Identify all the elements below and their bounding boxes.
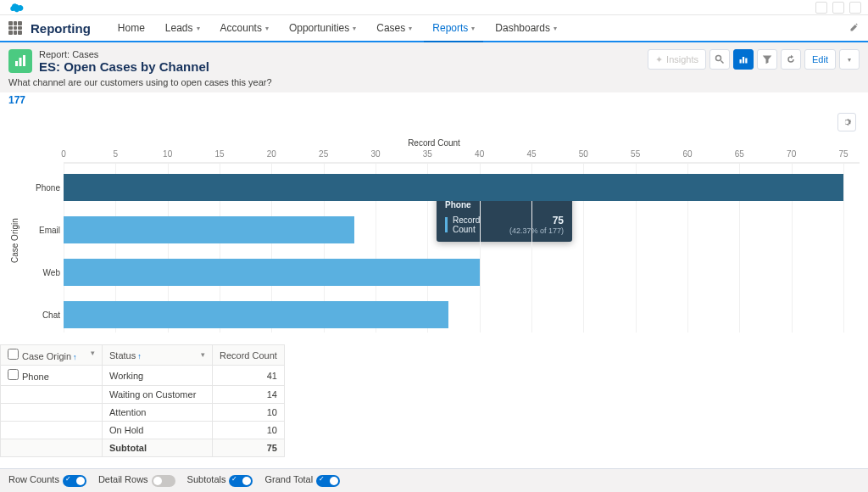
table-row[interactable]: PhoneWorking41 [1, 366, 285, 386]
chevron-down-icon: ▾ [554, 25, 557, 32]
svg-line-4 [721, 61, 724, 64]
chart-toggle-button[interactable] [733, 49, 754, 70]
chart-settings-button[interactable] [837, 113, 856, 131]
report-subtitle: What channel are our customers using to … [0, 77, 868, 92]
x-tick: 5 [114, 149, 119, 159]
report-header: Report: Cases ES: Open Cases by Channel … [0, 42, 868, 77]
topbar-icon-1[interactable] [815, 2, 827, 14]
nav-item-cases[interactable]: Cases▾ [368, 14, 420, 42]
x-tick: 10 [163, 149, 172, 159]
bar[interactable] [64, 301, 448, 328]
more-actions-button[interactable]: ▾ [839, 49, 860, 70]
chevron-down-icon: ▾ [471, 25, 475, 32]
svg-point-3 [716, 56, 721, 61]
x-tick: 65 [735, 149, 744, 159]
chart-plot-area: 051015202530354045505560657075 Case Orig… [64, 149, 860, 333]
bar-row-web[interactable]: Web [64, 255, 480, 289]
bar-row-phone[interactable]: Phone [64, 171, 843, 204]
chart-panel: Record Count Case Origin 051015202530354… [0, 108, 868, 338]
report-table: Case Origin↑▾ Status↑▾ Record Count Phon… [0, 338, 868, 457]
x-tick: 50 [579, 149, 588, 159]
total-summary: 177 [0, 92, 868, 108]
nav-item-dashboards[interactable]: Dashboards▾ [487, 14, 565, 42]
row-checkbox[interactable] [8, 369, 19, 380]
chevron-down-icon: ▾ [265, 25, 269, 32]
cell-status: Attention [103, 404, 213, 422]
cell-count: 10 [213, 422, 285, 439]
bar-label: Chat [26, 310, 60, 320]
cell-case-origin [1, 422, 103, 439]
svg-rect-1 [19, 58, 22, 66]
cell-status: Working [103, 366, 213, 386]
nav-item-leads[interactable]: Leads▾ [157, 14, 209, 42]
bar-label: Web [26, 268, 60, 277]
app-launcher-icon[interactable] [8, 21, 22, 35]
chart-x-axis-title: Record Count [8, 138, 860, 148]
svg-rect-2 [23, 55, 25, 66]
chart-y-axis-title: Case Origin [8, 149, 21, 333]
nav-item-reports[interactable]: Reports▾ [424, 15, 483, 42]
svg-rect-0 [15, 61, 18, 66]
filter-button[interactable] [757, 49, 777, 70]
table-row[interactable]: Attention10 [1, 404, 285, 422]
nav-edit-icon[interactable] [849, 22, 860, 35]
x-tick: 35 [423, 149, 432, 159]
svg-rect-5 [740, 59, 742, 64]
report-actions: ✦Insights Edit ▾ [648, 49, 860, 70]
x-tick: 30 [370, 149, 380, 159]
x-tick: 75 [838, 149, 848, 159]
app-navbar: Reporting Home Leads▾ Accounts▾ Opportun… [0, 15, 868, 42]
report-breadcrumb: Report: Cases [39, 49, 209, 59]
bar[interactable] [64, 216, 354, 243]
cell-status: Waiting on Customer [103, 386, 213, 404]
cell-case-origin: Phone [1, 366, 103, 386]
cell-case-origin [1, 386, 103, 404]
cell-count: 10 [213, 404, 285, 422]
report-title-block: Report: Cases ES: Open Cases by Channel [39, 49, 209, 74]
bar-label: Email [26, 226, 60, 235]
x-tick: 20 [267, 149, 276, 159]
x-tick: 0 [61, 149, 66, 159]
bar[interactable] [64, 259, 480, 286]
col-status[interactable]: Status↑▾ [103, 345, 213, 366]
topbar-icon-2[interactable] [832, 2, 844, 14]
x-tick: 15 [214, 149, 224, 159]
global-header [0, 0, 868, 15]
svg-rect-7 [745, 59, 747, 64]
subtotal-row: Subtotal75 [1, 439, 285, 457]
cell-case-origin [1, 404, 103, 422]
cell-status: On Hold [103, 422, 213, 439]
salesforce-logo [7, 2, 29, 14]
bar[interactable] [64, 174, 843, 201]
cell-count: 41 [213, 366, 285, 386]
nav-item-opportunities[interactable]: Opportunities▾ [281, 14, 364, 42]
report-title: ES: Open Cases by Channel [39, 59, 209, 74]
col-case-origin[interactable]: Case Origin↑▾ [1, 345, 103, 366]
nav-item-home[interactable]: Home [109, 14, 153, 42]
bar-row-email[interactable]: Email [64, 213, 354, 247]
insights-button[interactable]: ✦Insights [648, 49, 706, 70]
bar-row-chat[interactable]: Chat [64, 298, 448, 332]
chevron-down-icon: ▾ [197, 25, 200, 32]
table-row[interactable]: On Hold10 [1, 422, 285, 439]
select-all-checkbox[interactable] [8, 349, 19, 360]
bar-label: Phone [26, 183, 60, 193]
search-button[interactable] [709, 49, 730, 70]
chevron-down-icon: ▾ [409, 25, 412, 32]
col-record-count[interactable]: Record Count [213, 345, 285, 366]
refresh-button[interactable] [781, 49, 801, 70]
chevron-down-icon: ▾ [353, 25, 356, 32]
x-tick: 55 [631, 149, 640, 159]
x-tick: 70 [787, 149, 796, 159]
topbar-actions [815, 2, 861, 14]
edit-button[interactable]: Edit [804, 49, 836, 70]
report-type-icon [8, 49, 32, 73]
topbar-icon-3[interactable] [849, 2, 861, 14]
x-tick: 25 [319, 149, 328, 159]
nav-item-accounts[interactable]: Accounts▾ [212, 14, 277, 42]
x-tick: 45 [526, 149, 536, 159]
table-row[interactable]: Waiting on Customer14 [1, 386, 285, 404]
cell-count: 14 [213, 386, 285, 404]
x-tick: 40 [475, 149, 484, 159]
svg-rect-6 [743, 57, 744, 64]
